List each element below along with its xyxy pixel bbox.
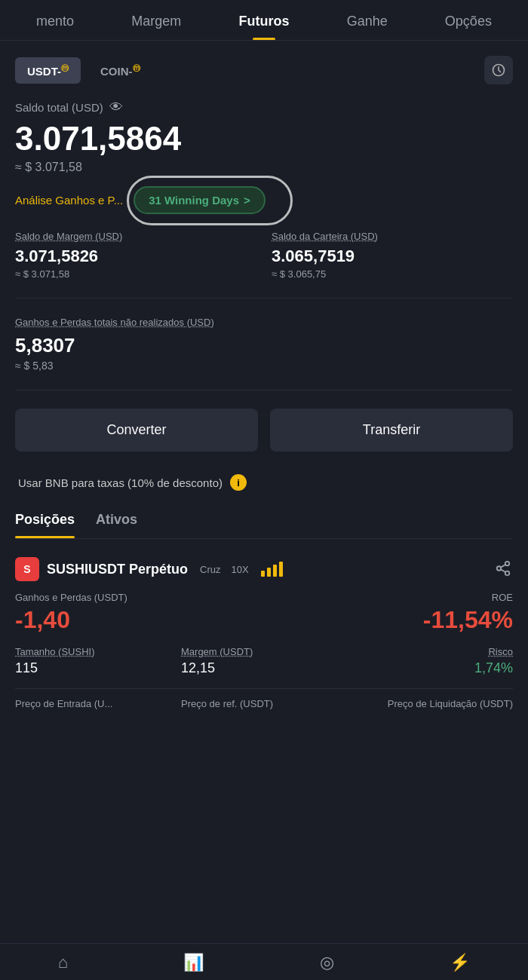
position-leverage: 10X [231, 564, 248, 575]
tab-group: USDT-ⓜ COIN-ⓜ [15, 57, 152, 84]
carteira-label: Saldo da Carteira (USD) [272, 231, 513, 242]
home-icon: ⌂ [58, 953, 68, 972]
entry-row: Preço de Entrada (U... Preço de ref. (US… [15, 688, 513, 712]
carteira-approx: ≈ $ 3.065,75 [272, 268, 513, 280]
tab-ativos[interactable]: Ativos [96, 512, 137, 535]
tab-coin[interactable]: COIN-ⓜ [88, 57, 152, 84]
svg-point-3 [505, 571, 510, 576]
position-tabs: Posições Ativos [15, 512, 513, 539]
liq-label: Preço de Liquidação (USDT) [347, 698, 513, 709]
winning-badge[interactable]: 31 Winning Days [134, 186, 266, 214]
bar-1 [261, 571, 265, 577]
position-header-left: S SUSHIUSDT Perpétuo Cruz 10X [15, 557, 283, 581]
bar-2 [267, 568, 271, 577]
sushi-icon: S [15, 557, 39, 581]
svg-line-4 [501, 569, 505, 572]
size-col: Tamanho (SUSHI) 115 [15, 646, 181, 676]
roe-value: -11,54% [423, 606, 513, 634]
position-type: Cruz [200, 564, 220, 575]
svg-line-5 [501, 565, 505, 568]
chart-icon: 📊 [183, 953, 204, 972]
m-label-usdt: ⓜ [61, 64, 69, 72]
clock-icon [491, 63, 506, 78]
liq-col: Preço de Liquidação (USDT) [347, 698, 513, 712]
bar-4 [279, 562, 283, 577]
ref-label: Preço de ref. (USDT) [181, 698, 347, 709]
bars-icon [261, 562, 283, 577]
risk-col: Risco 1,74% [347, 646, 513, 676]
main-content: USDT-ⓜ COIN-ⓜ Saldo total (USD) 👁 3.071,… [0, 41, 528, 715]
bottom-nav-charts[interactable]: 📊 [183, 953, 204, 972]
unrealized-approx: ≈ $ 5,83 [15, 360, 513, 372]
risk-label: Risco [347, 646, 513, 657]
carteira-value: 3.065,7519 [272, 247, 513, 266]
svg-point-1 [505, 562, 510, 566]
bottom-nav-settings[interactable]: ⚡ [450, 953, 470, 972]
share-icon[interactable] [495, 560, 513, 578]
margin-col: Margem (USDT) 12,15 [181, 646, 347, 676]
badge-row: Análise Ganhos e P... 31 Winning Days [15, 186, 513, 214]
position-card: S SUSHIUSDT Perpétuo Cruz 10X [15, 554, 513, 715]
roe-col: ROE -11,54% [423, 592, 513, 634]
converter-button[interactable]: Converter [15, 409, 258, 452]
bnb-text: Usar BNB para taxas (10% de desconto) [18, 476, 223, 489]
approx-balance: ≈ $ 3.071,58 [15, 161, 513, 174]
transferir-button[interactable]: Transferir [270, 409, 513, 452]
bar-3 [273, 565, 277, 577]
main-balance-value: 3.071,5864 [15, 120, 513, 158]
bottom-nav-home[interactable]: ⌂ [58, 953, 68, 972]
size-label: Tamanho (SUSHI) [15, 646, 181, 657]
margem-approx: ≈ $ 3.071,58 [15, 268, 256, 280]
balance-label-text: Saldo total (USD) [15, 101, 103, 114]
size-value: 115 [15, 660, 181, 676]
tab-posicoes[interactable]: Posições [15, 512, 75, 535]
margin-value: 12,15 [181, 660, 347, 676]
eye-icon[interactable]: 👁 [109, 100, 123, 115]
entry-col: Preço de Entrada (U... [15, 698, 181, 712]
m-label-coin: ⓜ [133, 64, 140, 72]
settings-icon: ⚡ [450, 953, 470, 972]
margem-col: Saldo de Margem (USD) 3.071,5826 ≈ $ 3.0… [15, 231, 256, 280]
pnl-value: -1,40 [15, 606, 127, 634]
nav-item-mento[interactable]: mento [36, 14, 74, 40]
margin-label: Margem (USDT) [181, 646, 347, 657]
entry-label: Preço de Entrada (U... [15, 698, 181, 709]
pnl-label: Ganhos e Perdas (USDT) [15, 592, 127, 603]
roe-label: ROE [423, 592, 513, 603]
stats-row: Saldo de Margem (USD) 3.071,5826 ≈ $ 3.0… [15, 231, 513, 299]
bottom-nav: ⌂ 📊 ◎ ⚡ [0, 943, 528, 980]
margem-value: 3.071,5826 [15, 247, 256, 266]
info-icon[interactable]: i [230, 474, 247, 491]
unrealized-section: Ganhos e Perdas totais não realizados (U… [15, 317, 513, 390]
details-row: Tamanho (SUSHI) 115 Margem (USDT) 12,15 … [15, 646, 513, 676]
bnb-row: Usar BNB para taxas (10% de desconto) i [15, 474, 513, 491]
unrealized-label: Ganhos e Perdas totais não realizados (U… [15, 317, 513, 328]
nav-item-opcoes[interactable]: Opções [445, 14, 492, 40]
ref-col: Preço de ref. (USDT) [181, 698, 347, 712]
position-header: S SUSHIUSDT Perpétuo Cruz 10X [15, 557, 513, 581]
carteira-col: Saldo da Carteira (USD) 3.065,7519 ≈ $ 3… [272, 231, 513, 280]
action-buttons: Converter Transferir [15, 409, 513, 452]
svg-point-2 [497, 566, 502, 571]
top-nav: mento Margem Futuros Ganhe Opções [0, 0, 528, 41]
nav-item-futuros[interactable]: Futuros [238, 14, 289, 40]
nav-item-ganhe[interactable]: Ganhe [347, 14, 388, 40]
nav-item-margem[interactable]: Margem [131, 14, 181, 40]
tabs-row: USDT-ⓜ COIN-ⓜ [15, 56, 513, 84]
ganhos-link[interactable]: Análise Ganhos e P... [15, 194, 123, 207]
location-icon: ◎ [320, 953, 334, 972]
settings-icon-box[interactable] [484, 56, 513, 84]
pnl-row: Ganhos e Perdas (USDT) -1,40 ROE -11,54% [15, 592, 513, 634]
margem-label: Saldo de Margem (USD) [15, 231, 256, 242]
tab-usdt[interactable]: USDT-ⓜ [15, 57, 81, 84]
balance-label: Saldo total (USD) 👁 [15, 100, 513, 115]
bottom-nav-location[interactable]: ◎ [320, 953, 334, 972]
position-title: SUSHIUSDT Perpétuo [47, 562, 188, 577]
unrealized-value: 5,8307 [15, 334, 513, 357]
pnl-col: Ganhos e Perdas (USDT) -1,40 [15, 592, 127, 634]
risk-value: 1,74% [347, 660, 513, 676]
